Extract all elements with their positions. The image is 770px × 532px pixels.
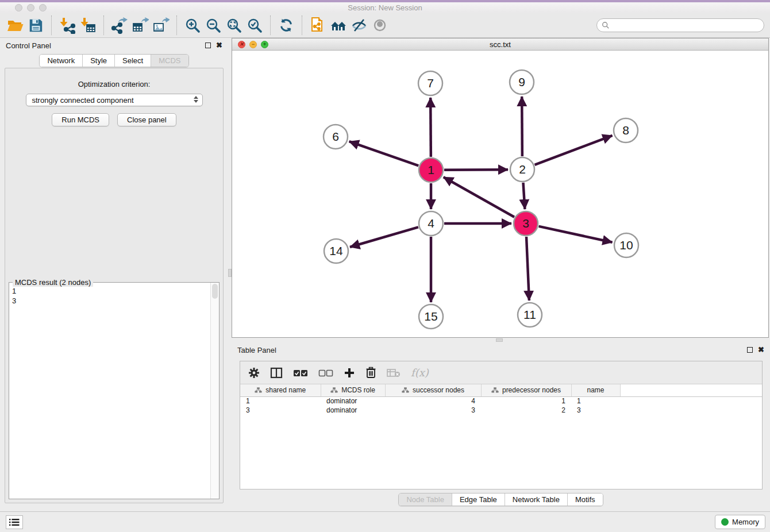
show-all-button[interactable] bbox=[369, 15, 390, 36]
close-table-panel-icon[interactable]: ✖ bbox=[758, 347, 764, 353]
titlebar: Session: New Session bbox=[0, 2, 770, 13]
search-input[interactable] bbox=[613, 21, 759, 30]
graph-edge-3-10[interactable] bbox=[538, 226, 612, 242]
deselect-all-columns-button[interactable] bbox=[318, 368, 333, 377]
import-table-button[interactable] bbox=[78, 15, 98, 36]
import-network-button[interactable] bbox=[57, 15, 78, 36]
import-table-icon bbox=[79, 17, 97, 34]
cell-successor-nodes[interactable]: 3 bbox=[385, 406, 481, 415]
float-panel-icon[interactable] bbox=[205, 43, 211, 48]
zoom-selected-button[interactable] bbox=[244, 15, 265, 36]
network-canvas[interactable]: 7968124314101511 bbox=[232, 51, 768, 337]
tab-select[interactable]: Select bbox=[114, 55, 151, 67]
float-table-panel-icon[interactable] bbox=[747, 347, 753, 353]
save-session-icon bbox=[28, 17, 44, 33]
graph-edge-1-7[interactable] bbox=[430, 98, 431, 157]
graph-edge-1-6[interactable] bbox=[349, 141, 419, 165]
cell-successor-nodes[interactable]: 4 bbox=[385, 396, 481, 406]
graph-edge-3-1[interactable] bbox=[444, 177, 514, 217]
column-header-mcds-role[interactable]: MCDS role bbox=[321, 384, 385, 396]
network-graph[interactable]: 7968124314101511 bbox=[232, 51, 768, 337]
save-session-button[interactable] bbox=[25, 15, 46, 36]
tab-network-table[interactable]: Network Table bbox=[505, 494, 567, 506]
export-table-button[interactable] bbox=[130, 15, 151, 36]
first-neighbors-button[interactable] bbox=[328, 15, 349, 36]
graph-edge-2-9[interactable] bbox=[522, 97, 522, 156]
graph-edge-4-14[interactable] bbox=[350, 227, 418, 247]
tab-style[interactable]: Style bbox=[82, 55, 114, 67]
tab-motifs[interactable]: Motifs bbox=[567, 494, 603, 506]
tab-node-table[interactable]: Node Table bbox=[399, 494, 452, 506]
column-header-successor-nodes[interactable]: successor nodes bbox=[385, 384, 481, 396]
tab-network[interactable]: Network bbox=[40, 55, 82, 67]
graph-edge-1-2[interactable] bbox=[444, 169, 508, 170]
delete-table-icon bbox=[387, 368, 401, 377]
delete-column-button[interactable] bbox=[365, 367, 376, 379]
cell-mcds-role[interactable]: dominator bbox=[321, 406, 385, 415]
run-mcds-button[interactable]: Run MCDS bbox=[52, 113, 109, 126]
table-row[interactable]: 3 dominator 3 2 3 bbox=[240, 406, 762, 415]
toolbar-separator bbox=[51, 16, 52, 35]
hierarchy-icon bbox=[330, 387, 338, 393]
toolbar-separator bbox=[103, 16, 104, 35]
zoom-in-button[interactable] bbox=[182, 15, 203, 36]
memory-button[interactable]: Memory bbox=[715, 515, 765, 529]
open-session-button[interactable] bbox=[5, 15, 25, 36]
zoom-in-icon bbox=[184, 17, 201, 34]
zoom-selected-icon bbox=[246, 17, 263, 34]
graph-node-label-9: 9 bbox=[518, 75, 525, 88]
cell-shared-name[interactable]: 3 bbox=[240, 406, 321, 415]
create-column-button[interactable] bbox=[344, 367, 355, 379]
mcds-result-text[interactable]: 1 3 bbox=[10, 285, 210, 498]
hierarchy-icon bbox=[402, 387, 409, 393]
column-header-predecessor-nodes[interactable]: predecessor nodes bbox=[481, 384, 571, 396]
column-header-shared-name[interactable]: shared name bbox=[240, 384, 321, 396]
zoom-out-button[interactable] bbox=[203, 15, 224, 36]
horizontal-splitter-grip[interactable] bbox=[496, 338, 503, 342]
column-header-name[interactable]: name bbox=[571, 384, 620, 396]
show-column-panel-button[interactable] bbox=[270, 367, 283, 379]
export-image-button[interactable] bbox=[151, 15, 171, 36]
tab-edge-table[interactable]: Edge Table bbox=[452, 494, 505, 506]
result-scrollbar-thumb[interactable] bbox=[212, 284, 218, 299]
cell-shared-name[interactable]: 1 bbox=[240, 396, 321, 406]
search-icon bbox=[602, 21, 610, 29]
select-all-columns-button[interactable] bbox=[293, 368, 308, 377]
zoom-fit-button[interactable] bbox=[224, 15, 244, 36]
graph-edge-2-3[interactable] bbox=[523, 183, 525, 209]
cell-name[interactable]: 3 bbox=[571, 406, 620, 415]
close-panel-button[interactable]: Close panel bbox=[117, 113, 176, 126]
table-panel-title: Table Panel bbox=[237, 346, 276, 354]
search-field[interactable] bbox=[596, 18, 764, 32]
delete-table-button[interactable] bbox=[387, 368, 401, 377]
network-close-button[interactable]: ✕ bbox=[238, 41, 245, 48]
network-maximize-button[interactable]: + bbox=[261, 41, 268, 48]
close-panel-icon[interactable]: ✖ bbox=[216, 43, 222, 48]
horizontal-splitter[interactable] bbox=[232, 338, 770, 342]
hide-selected-button[interactable] bbox=[349, 15, 369, 36]
network-window-title: scc.txt bbox=[232, 40, 768, 49]
export-network-button[interactable] bbox=[109, 15, 130, 36]
task-history-button[interactable] bbox=[6, 515, 23, 529]
node-table-content: f(x) shared name MCDS role succ bbox=[240, 361, 763, 489]
function-builder-button[interactable]: f(x) bbox=[411, 367, 429, 379]
optimization-criterion-select[interactable]: strongly connected component bbox=[26, 94, 203, 106]
network-window-controls[interactable]: ✕ − + bbox=[238, 41, 268, 48]
toolbar-separator bbox=[270, 16, 271, 35]
cell-name[interactable]: 1 bbox=[571, 396, 620, 406]
graph-edge-2-8[interactable] bbox=[535, 136, 613, 165]
cell-mcds-role[interactable]: dominator bbox=[321, 396, 385, 406]
gear-icon bbox=[248, 367, 260, 379]
clone-network-button[interactable] bbox=[307, 15, 328, 36]
network-minimize-button[interactable]: − bbox=[249, 41, 257, 48]
refresh-button[interactable] bbox=[276, 15, 297, 36]
table-settings-button[interactable] bbox=[248, 367, 260, 379]
zoom-fit-icon bbox=[225, 17, 242, 34]
status-bar: Memory bbox=[0, 511, 770, 532]
cell-predecessor-nodes[interactable]: 1 bbox=[481, 396, 571, 406]
result-scrollbar[interactable] bbox=[210, 283, 219, 499]
cell-predecessor-nodes[interactable]: 2 bbox=[481, 406, 571, 415]
graph-edge-3-11[interactable] bbox=[526, 237, 529, 300]
tab-mcds[interactable]: MCDS bbox=[151, 55, 188, 67]
table-row[interactable]: 1 dominator 4 1 1 bbox=[240, 396, 762, 406]
